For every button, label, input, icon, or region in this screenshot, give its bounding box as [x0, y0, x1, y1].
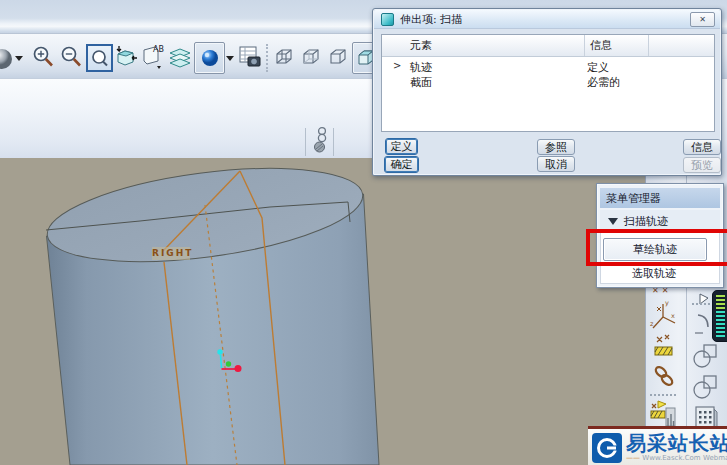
info-button[interactable]: 信息 — [683, 139, 721, 155]
info-cell: 必需的 — [587, 75, 620, 90]
toolbar-separator — [650, 394, 676, 396]
site-name: 易采站长站 — [626, 430, 727, 457]
proe-window: AB — [0, 0, 727, 465]
svg-text:z: z — [650, 320, 654, 328]
close-icon[interactable]: ✕ — [690, 12, 715, 27]
no-hidden-cube-icon[interactable] — [327, 46, 349, 68]
svg-text:y: y — [665, 299, 669, 307]
watermark-badge: 易采站长站 —— Www.Easck.Com Webmaster — [588, 426, 727, 465]
zoom-out-icon[interactable] — [60, 45, 83, 70]
dropdown-arrow-icon[interactable] — [15, 56, 23, 61]
element-table: 元素 信息 > 轨迹 定义 截面 必需的 — [381, 34, 715, 132]
subtitle-text: Www.Easck.Com Webmaster — [642, 454, 727, 462]
datum-plane-label[interactable]: RIGHT — [152, 247, 190, 260]
ok-button[interactable]: 确定 — [384, 156, 419, 173]
site-logo-icon — [592, 433, 622, 463]
circle-rect-icon[interactable] — [691, 372, 719, 406]
hidden-line-cube-icon[interactable] — [300, 46, 322, 68]
model-scene — [0, 158, 647, 465]
define-button[interactable]: 定义 — [385, 138, 418, 155]
table-row[interactable]: > 轨迹 定义 — [382, 60, 714, 75]
zoom-refit-icon[interactable] — [86, 44, 113, 72]
dropdown-arrow-icon[interactable] — [226, 56, 234, 61]
circle-rect-icon[interactable] — [691, 341, 719, 375]
table-row[interactable]: 截面 必需的 — [382, 75, 714, 90]
menu-section-label: 扫描轨迹 — [624, 214, 668, 229]
column-info: 信息 — [585, 35, 649, 56]
current-row-marker: > — [393, 60, 401, 71]
menu-item-select-trajectory[interactable]: 选取轨迹 — [603, 263, 705, 284]
collapse-triangle-icon — [608, 218, 618, 225]
datum-point-hatch-icon[interactable] — [652, 334, 676, 364]
view-manager-icon[interactable] — [237, 44, 263, 70]
render-style-sphere-icon[interactable] — [0, 48, 13, 70]
zoom-in-icon[interactable] — [32, 45, 55, 70]
table-header: 元素 信息 — [382, 35, 714, 57]
layers-icon[interactable] — [167, 45, 193, 69]
cancel-button[interactable]: 取消 — [537, 156, 575, 172]
menu-manager-title[interactable]: 菜单管理器 — [600, 188, 720, 208]
feature-icon — [381, 13, 394, 26]
column-element: 元素 — [382, 35, 585, 56]
subtitle-dash: —— — [626, 454, 640, 462]
wireframe-cube-icon[interactable] — [273, 46, 295, 68]
sweep-dialog: 伸出项: 扫描 ✕ 元素 信息 > 轨迹 定义 截面 必需的 定义 参照 信息 … — [372, 8, 722, 176]
element-cell: 轨迹 — [410, 60, 432, 75]
repaint-icon[interactable] — [113, 44, 138, 70]
svg-text:AB: AB — [153, 45, 164, 54]
coordinate-system-icon[interactable]: yxz — [649, 299, 677, 337]
references-button[interactable]: 参照 — [537, 139, 575, 155]
svg-text:x: x — [671, 312, 675, 320]
highlight-annotation-box — [586, 229, 727, 266]
preview-button: 预览 — [683, 157, 721, 173]
annotation-ab-icon[interactable]: AB — [141, 43, 167, 71]
dialog-title: 伸出项: 扫描 — [400, 12, 462, 27]
element-cell: 截面 — [410, 75, 432, 90]
sketch-point-icon[interactable] — [309, 125, 333, 157]
dialog-titlebar[interactable]: 伸出项: 扫描 — [374, 10, 720, 29]
shaded-display-button[interactable] — [194, 42, 225, 74]
color-scale-widget — [712, 290, 727, 342]
flag-outline-icon[interactable] — [698, 290, 710, 309]
site-subtitle: —— Www.Easck.Com Webmaster — [626, 454, 727, 462]
info-cell: 定义 — [587, 60, 609, 75]
chain-link-icon[interactable] — [652, 362, 676, 394]
